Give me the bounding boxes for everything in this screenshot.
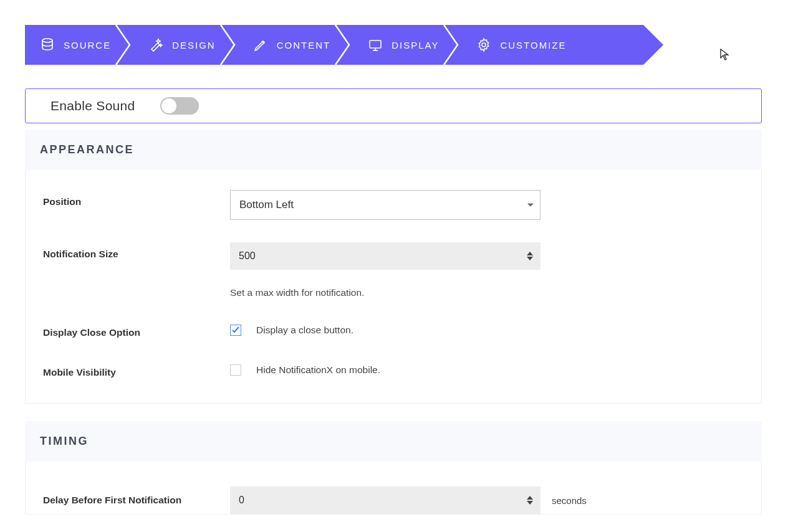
display-close-checkbox[interactable]	[230, 325, 241, 336]
number-spinner[interactable]	[527, 249, 537, 263]
position-value: Bottom Left	[239, 199, 294, 211]
svg-point-0	[42, 39, 52, 42]
chevron-down-icon	[527, 204, 534, 207]
enable-sound-toggle[interactable]	[160, 97, 199, 115]
delay-first-label: Delay Before First Notification	[43, 495, 230, 506]
mobile-visibility-label: Mobile Visibility	[43, 361, 230, 378]
notification-size-label: Notification Size	[43, 242, 230, 260]
notification-size-input[interactable]: 500	[230, 242, 541, 270]
step-label: DESIGN	[172, 40, 216, 50]
notification-size-value: 500	[239, 250, 256, 262]
step-nav: SOURCE DESIGN CONTENT DISPLAY	[25, 25, 643, 65]
appearance-heading: APPEARANCE	[25, 130, 762, 170]
step-design[interactable]: DESIGN	[126, 25, 231, 65]
step-source[interactable]: SOURCE	[25, 25, 126, 65]
step-label: CUSTOMIZE	[500, 40, 566, 50]
appearance-section: Position Bottom Left Notification Size 5…	[25, 170, 762, 404]
mobile-visibility-checkbox-label: Hide NotificationX on mobile.	[256, 364, 380, 376]
delay-first-input[interactable]: 0	[230, 487, 541, 514]
pencil-icon	[253, 37, 268, 52]
position-label: Position	[43, 190, 230, 207]
step-display[interactable]: DISPLAY	[345, 25, 454, 65]
monitor-icon	[368, 37, 383, 52]
timing-heading: TIMING	[25, 421, 762, 462]
step-label: SOURCE	[64, 40, 111, 50]
notification-size-help: Set a max width for notification.	[230, 287, 541, 298]
mobile-visibility-checkbox[interactable]	[230, 364, 241, 376]
step-content[interactable]: CONTENT	[231, 25, 346, 65]
delay-first-unit: seconds	[552, 495, 587, 506]
gear-icon	[476, 37, 491, 52]
position-select[interactable]: Bottom Left	[230, 190, 541, 220]
wand-icon	[148, 37, 163, 52]
timing-section: Delay Before First Notification 0 second…	[25, 462, 762, 515]
database-icon	[40, 37, 55, 52]
step-customize[interactable]: CUSTOMIZE	[454, 25, 581, 65]
enable-sound-row: Enable Sound	[25, 88, 762, 123]
svg-rect-1	[370, 40, 381, 48]
number-spinner[interactable]	[527, 493, 537, 507]
step-label: CONTENT	[277, 40, 331, 50]
display-close-label: Display Close Option	[43, 321, 230, 338]
display-close-checkbox-label: Display a close button.	[256, 325, 353, 336]
enable-sound-label: Enable Sound	[50, 98, 135, 113]
svg-point-2	[482, 43, 486, 47]
step-label: DISPLAY	[392, 40, 439, 50]
delay-first-value: 0	[239, 495, 244, 506]
